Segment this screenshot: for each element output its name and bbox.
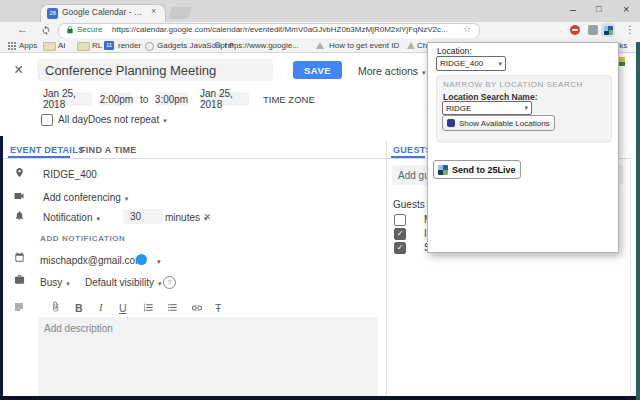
- more-actions-label: More actions: [358, 65, 418, 77]
- 25live-logo-icon: [438, 165, 448, 175]
- secure-label: Secure: [77, 25, 102, 34]
- panel-divider: [386, 140, 387, 396]
- visibility-label: Default visibility: [85, 277, 154, 288]
- underline-button[interactable]: U: [119, 302, 127, 314]
- window-minimize-button[interactable]: –: [570, 3, 576, 15]
- briefcase-icon: [14, 274, 25, 285]
- event-title-text: Conference Planning Meeting: [45, 63, 216, 78]
- extension-popup: [427, 42, 619, 253]
- more-actions-button[interactable]: More actions▾: [358, 65, 426, 77]
- save-button[interactable]: SAVE: [293, 61, 342, 79]
- bookmark-favicon-11: 11: [104, 41, 114, 50]
- chevron-down-icon: ▾: [158, 280, 162, 287]
- send-to-25live-button[interactable]: Send to 25Live: [433, 160, 521, 179]
- chevron-down-icon: ▾: [125, 195, 129, 202]
- url-text[interactable]: https://calendar.google.com/calendar/r/e…: [112, 25, 457, 34]
- recurrence-dropdown[interactable]: Does not repeat▾: [88, 114, 167, 125]
- remove-notification-icon[interactable]: ×: [204, 210, 211, 224]
- bookmark-ch[interactable]: Ch: [417, 41, 427, 50]
- notification-unit-dropdown[interactable]: minutes▾: [165, 212, 208, 223]
- tab-favicon: 28: [47, 8, 58, 19]
- notification-unit-label: minutes: [165, 212, 200, 223]
- bookmark-event-id[interactable]: How to get event ID: [329, 41, 399, 50]
- folder-icon: [77, 42, 90, 51]
- clear-formatting-button[interactable]: Ŧ: [215, 302, 221, 314]
- window-close-button[interactable]: ×: [623, 3, 629, 15]
- chevron-down-icon: ▾: [96, 215, 100, 222]
- extension-icon-red-bar: [572, 29, 578, 31]
- description-placeholder: Add description: [44, 323, 113, 334]
- bookmark-star-icon[interactable]: ☆: [463, 24, 471, 34]
- video-conference-icon: [13, 190, 25, 202]
- screen-edge-left: [0, 136, 3, 396]
- visibility-dropdown[interactable]: Default visibility▾: [85, 277, 161, 288]
- start-date-field[interactable]: Jan 25, 2018: [43, 92, 92, 106]
- reload-icon[interactable]: [41, 25, 51, 35]
- add-conferencing-dropdown[interactable]: Add conferencing▾: [43, 192, 128, 203]
- end-date-field[interactable]: Jan 25, 2018: [200, 92, 249, 106]
- back-icon[interactable]: ←: [17, 23, 28, 35]
- small-badge-icon: [619, 57, 625, 66]
- guests-modify-checkbox[interactable]: ✓: [394, 214, 406, 226]
- italic-button[interactable]: I: [99, 302, 103, 313]
- notification-bell-icon: [14, 210, 25, 221]
- chevron-down-icon: ▾: [163, 117, 167, 124]
- add-notification-button[interactable]: ADD NOTIFICATION: [40, 234, 125, 243]
- guests-panel-right-divider: [630, 158, 631, 396]
- tab-close-icon[interactable]: ×: [151, 6, 156, 16]
- bookmark-render[interactable]: render: [118, 41, 141, 50]
- locations-logo-icon: [447, 119, 455, 127]
- tab-title: Google Calendar - Event: [62, 7, 146, 17]
- numbered-list-button[interactable]: [143, 302, 154, 313]
- tab-find-a-time[interactable]: FIND A TIME: [80, 145, 137, 155]
- bookmark-favicon-circle: [145, 42, 154, 51]
- popup-search-select[interactable]: RIDGE▾: [442, 101, 532, 115]
- extension-icon-gray[interactable]: [588, 25, 598, 35]
- window-maximize-button[interactable]: □: [596, 4, 601, 14]
- screenshot-root: 28 Google Calendar - Event × – □ × ← Sec…: [0, 0, 640, 400]
- bookmark-google[interactable]: https://www.google...: [225, 41, 299, 50]
- bookmark-gadgets[interactable]: Gadgets JavaScript F: [157, 41, 234, 50]
- location-value[interactable]: RIDGE_400: [43, 169, 97, 180]
- lock-icon: [66, 26, 74, 34]
- popup-location-label: Location:: [437, 46, 472, 56]
- calendar-color-dot[interactable]: [136, 254, 147, 265]
- new-tab-button[interactable]: [168, 7, 192, 19]
- guests-invite-checkbox[interactable]: ✓: [394, 228, 406, 240]
- bulleted-list-button[interactable]: [167, 302, 178, 313]
- tab-guests[interactable]: GUESTS: [393, 145, 432, 155]
- bold-button[interactable]: B: [75, 302, 83, 314]
- tab-event-details[interactable]: EVENT DETAILS: [10, 145, 84, 155]
- show-available-locations-button[interactable]: Show Available Locations: [442, 115, 555, 131]
- send-label: Send to 25Live: [452, 165, 516, 175]
- end-time-field[interactable]: 3:00pm: [155, 92, 188, 106]
- bookmark-folder-ai[interactable]: AI: [58, 41, 66, 50]
- browser-menu-icon[interactable]: ⋮: [625, 24, 635, 35]
- attachment-icon[interactable]: [50, 301, 61, 312]
- to-label: to: [140, 94, 148, 105]
- link-button[interactable]: [191, 302, 203, 314]
- time-zone-button[interactable]: TIME ZONE: [263, 94, 315, 105]
- help-icon[interactable]: ?: [163, 276, 176, 289]
- screen-edge-bottom: [0, 396, 637, 400]
- notification-dropdown[interactable]: Notification▾: [43, 212, 100, 223]
- chevron-down-icon[interactable]: ▾: [157, 258, 161, 266]
- busy-dropdown[interactable]: Busy▾: [40, 277, 70, 288]
- chevron-down-icon: ▾: [498, 60, 502, 68]
- guests-see-list-checkbox[interactable]: ✓: [394, 242, 406, 254]
- bookmark-folder-rl[interactable]: RL: [92, 41, 102, 50]
- calendar-icon: [14, 252, 25, 263]
- popup-location-value: RIDGE_400: [440, 59, 483, 68]
- extension-25live-icon: [604, 26, 613, 35]
- close-event-icon[interactable]: ×: [14, 61, 23, 79]
- chevron-down-icon: ▾: [66, 280, 70, 287]
- bookmark-apps-label[interactable]: Apps: [19, 41, 37, 50]
- page-icon: [407, 42, 415, 49]
- all-day-checkbox[interactable]: ✓: [41, 114, 53, 126]
- start-time-field[interactable]: 2:00pm: [100, 92, 133, 106]
- popup-search-value: RIDGE: [446, 104, 471, 113]
- notification-minutes-input[interactable]: 30: [123, 209, 163, 224]
- folder-icon: [43, 42, 56, 51]
- popup-location-select[interactable]: RIDGE_400▾: [436, 56, 506, 71]
- apps-grid-icon[interactable]: [8, 42, 16, 50]
